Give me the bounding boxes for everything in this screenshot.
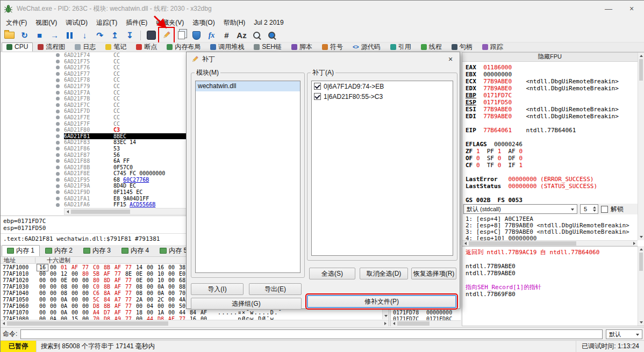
comment-icon[interactable]	[175, 28, 188, 42]
command-input[interactable]	[20, 329, 603, 339]
select-all-button[interactable]: 全选(S)	[309, 268, 355, 279]
view-tab-9[interactable]: 符号	[317, 42, 348, 52]
view-tab-0[interactable]: CPU	[2, 42, 33, 52]
breakpoint-dot[interactable]	[56, 190, 60, 194]
register-row[interactable]: EIP 77B64061 ntdll.77B64061	[466, 127, 638, 134]
argument-row[interactable]: 4: [esp+10] 00000000	[466, 235, 638, 240]
scroll-right-icon[interactable]	[382, 320, 389, 326]
memory-row[interactable]: 77AF107000000A0000A4D7AF7718001A004484AF…	[1, 310, 389, 316]
menu-item-3[interactable]: 追踪(T)	[92, 17, 121, 29]
view-tab-3[interactable]: 笔记	[101, 42, 131, 52]
scrollbar-thumb[interactable]	[639, 253, 643, 271]
register-row[interactable]: ESI 77B9ABE0 <ntdll.DbgUiRemoteBreakin>	[466, 106, 638, 113]
dialog-close-button[interactable]: ×	[441, 52, 460, 66]
breakpoint-dot[interactable]	[56, 66, 60, 69]
patch-entry-1[interactable]: 1|6AD21F80:55->C3	[312, 91, 453, 102]
patch-entry-0[interactable]: 0|6A7F1AD9:74->EB	[312, 81, 453, 91]
patch-file-button[interactable]: 修补文件(P)	[307, 295, 456, 308]
register-row[interactable]: ZF 1 PF 1 AF 0	[466, 148, 638, 155]
scrollbar-thumb[interactable]	[639, 59, 643, 81]
scroll-right-icon[interactable]	[631, 240, 638, 246]
breakpoint-dot[interactable]	[56, 116, 60, 119]
view-tab-2[interactable]: 日志	[70, 42, 101, 52]
patch-checkbox[interactable]	[314, 93, 321, 100]
breakpoint-dot[interactable]	[56, 203, 60, 207]
breakpoint-dot[interactable]	[56, 134, 60, 138]
export-button[interactable]: 导出(E)	[249, 283, 302, 295]
breakpoint-dot[interactable]	[56, 178, 60, 182]
memory-horizontal-scrollbar[interactable]	[1, 320, 389, 326]
registers-vertical-scrollbar[interactable]	[638, 53, 644, 240]
breakpoint-dot[interactable]	[56, 103, 60, 107]
register-row[interactable]: EAX 01186000	[466, 64, 638, 71]
register-row[interactable]: GS 002B FS 0053	[466, 197, 638, 204]
view-tab-6[interactable]: 调用堆栈	[205, 42, 249, 52]
menu-item-7[interactable]: 帮助(H)	[219, 17, 250, 29]
search-web-icon[interactable]	[265, 28, 278, 42]
stack-horizontal-scrollbar[interactable]	[391, 320, 461, 326]
view-tab-5[interactable]: 内存布局	[162, 42, 205, 52]
register-row[interactable]: CF 0 TF 0 IF 1	[466, 162, 638, 169]
view-tab-11[interactable]: 引用	[385, 42, 416, 52]
scroll-left-icon[interactable]	[1, 320, 7, 326]
breakpoint-dot[interactable]	[56, 110, 60, 113]
calling-convention-select[interactable]: 默认 (stdcall)	[463, 204, 577, 214]
scrollbar-thumb[interactable]	[71, 210, 130, 214]
stack-row[interactable]: 0171FD7800000000	[391, 310, 461, 316]
breakpoint-dot[interactable]	[56, 78, 60, 82]
import-button[interactable]: 导入(I)	[191, 283, 244, 295]
view-tab-10[interactable]: <>源代码	[348, 42, 385, 52]
patches-icon[interactable]	[160, 28, 173, 42]
breakpoint-dot[interactable]	[56, 91, 60, 95]
functions-icon[interactable]: fx	[205, 28, 218, 42]
window-close-button[interactable]: ×	[622, 1, 641, 16]
menu-item-5[interactable]: 收藏夹(V)	[152, 17, 188, 29]
menu-item-4[interactable]: 插件(E)	[121, 17, 152, 29]
breakpoint-dot[interactable]	[56, 172, 60, 176]
breakpoint-dot[interactable]	[56, 84, 60, 88]
args-horizontal-scrollbar[interactable]	[462, 240, 638, 246]
scrollbar-thumb[interactable]	[397, 321, 430, 326]
register-row[interactable]: LastStatus 00000000 (STATUS_SUCCESS)	[466, 183, 638, 190]
register-row[interactable]: EDI 77B9ABE0 <ntdll.DbgUiRemoteBreakin>	[466, 113, 638, 120]
register-row[interactable]	[466, 190, 638, 197]
register-row[interactable]: EBX 00000000	[466, 71, 638, 78]
module-item[interactable]: wechatwin.dll	[196, 81, 300, 91]
restart-icon[interactable]: ↻	[18, 28, 31, 42]
search-pattern-icon[interactable]	[250, 28, 263, 42]
pick-groups-button[interactable]: 选择组(G)	[191, 298, 302, 310]
text-search-icon[interactable]: Az	[235, 28, 248, 42]
view-tab-8[interactable]: 脚本	[287, 42, 317, 52]
register-row[interactable]: LastError 00000000 (ERROR_SUCCESS)	[466, 176, 638, 183]
open-file-icon[interactable]	[3, 28, 16, 42]
register-row[interactable]: ECX 77B9ABE0 <ntdll.DbgUiRemoteBreakin>	[466, 78, 638, 85]
breakpoint-dot[interactable]	[56, 159, 60, 163]
view-tab-12[interactable]: 线程	[416, 42, 447, 52]
breakpoint-dot[interactable]	[56, 122, 60, 126]
register-row[interactable]	[466, 169, 638, 176]
view-tab-7[interactable]: SEH链	[249, 42, 287, 52]
breakpoint-dot[interactable]	[56, 53, 60, 57]
breakpoint-dot[interactable]	[56, 166, 60, 169]
menu-item-2[interactable]: 调试(D)	[61, 17, 92, 29]
patch-list[interactable]: 0|6A7F1AD9:74->EB1|6AD21F80:55->C3	[311, 81, 453, 256]
register-row[interactable]	[466, 134, 638, 141]
breakpoint-dot[interactable]	[56, 97, 60, 100]
step-over-icon[interactable]: ↷	[93, 28, 106, 42]
breakpoint-dot[interactable]	[56, 197, 60, 200]
minimize-button[interactable]: —	[599, 1, 618, 16]
scroll-left-icon[interactable]	[462, 240, 469, 246]
register-row[interactable]: EFLAGS 00000246	[466, 141, 638, 148]
scrollbar-thumb[interactable]	[469, 241, 576, 246]
register-row[interactable]: EBP 0171FD7C	[466, 92, 638, 99]
execute-till-return-icon[interactable]: ↧	[123, 28, 137, 42]
view-tab-1[interactable]: 流程图	[33, 42, 70, 52]
breakpoint-dot[interactable]	[56, 141, 60, 145]
cpu-window-icon[interactable]	[145, 28, 158, 42]
hash-icon[interactable]: #	[220, 28, 233, 42]
restore-selected-button[interactable]: 恢复选择项(R)	[411, 268, 456, 279]
shield-icon[interactable]	[190, 28, 203, 42]
breakpoint-dot[interactable]	[56, 72, 60, 76]
step-into-icon[interactable]: ↓	[78, 28, 91, 42]
memory-tab-3[interactable]: 内存 4	[116, 245, 154, 256]
